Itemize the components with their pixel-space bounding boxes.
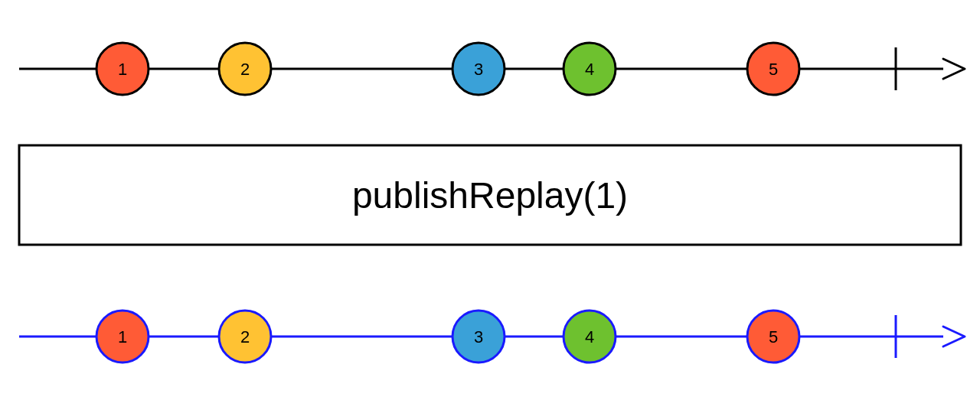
- source-marble: 2: [219, 43, 271, 95]
- output-marble: 5: [747, 311, 799, 363]
- output-arrowhead: [943, 327, 965, 346]
- source-marble-label: 1: [118, 60, 127, 79]
- operator-label: publishReplay(1): [352, 175, 628, 216]
- output-marble: 1: [96, 311, 149, 363]
- source-marble-label: 2: [240, 60, 250, 79]
- source-marble: 5: [747, 43, 799, 95]
- output-marble: 3: [452, 311, 505, 363]
- source-marble: 1: [96, 43, 149, 95]
- output-marble-label: 3: [474, 327, 483, 346]
- source-marble: 3: [452, 43, 505, 95]
- output-marble-label: 4: [585, 327, 594, 346]
- output-marble-label: 2: [240, 327, 250, 346]
- output-marble-label: 1: [118, 327, 127, 346]
- output-marble: 2: [219, 311, 271, 363]
- source-marble-label: 3: [474, 60, 483, 79]
- source-marble-label: 4: [585, 60, 594, 79]
- source-marble: 4: [564, 43, 616, 95]
- output-marble: 4: [564, 311, 616, 363]
- source-arrowhead: [943, 59, 965, 79]
- source-marble-label: 5: [769, 60, 778, 79]
- output-marble-label: 5: [769, 327, 778, 346]
